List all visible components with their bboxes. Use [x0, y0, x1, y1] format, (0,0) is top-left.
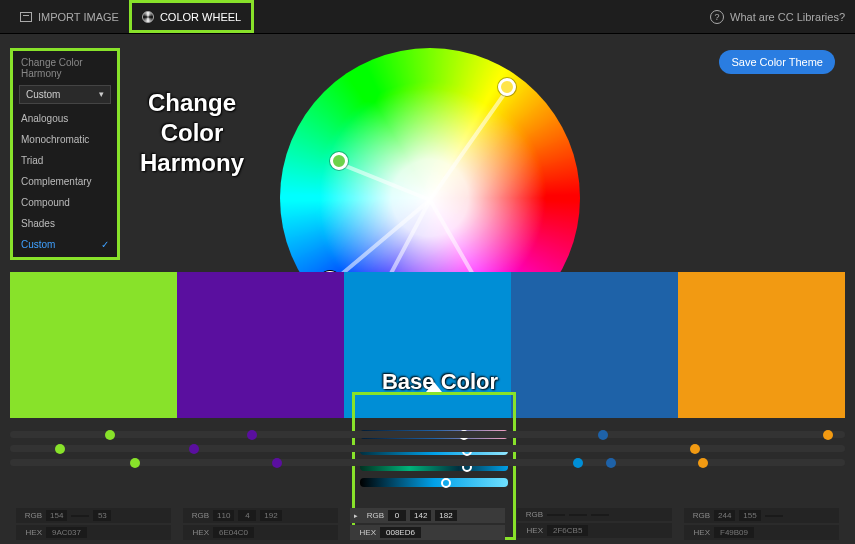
color-readout: RGB15453HEX9AC037	[10, 508, 177, 540]
rgb-row[interactable]: RGB244155	[684, 508, 839, 523]
swatch-2[interactable]	[177, 272, 344, 418]
slider-handle[interactable]	[130, 458, 140, 468]
save-color-theme-button[interactable]: Save Color Theme	[719, 50, 835, 74]
rgb-value[interactable]: 192	[260, 510, 281, 521]
hex-label: HEX	[521, 526, 543, 535]
harmony-option-compound[interactable]: Compound	[13, 192, 117, 213]
color-readout: RGB1104192HEX6E04C0	[177, 508, 344, 540]
rgb-row[interactable]: RGB	[517, 508, 672, 521]
color-readout: RGB244155HEXF49B09	[678, 508, 845, 540]
slider-handle[interactable]	[247, 430, 257, 440]
mode-label: RGB	[187, 511, 209, 520]
rgb-row[interactable]: RGB15453	[16, 508, 171, 523]
hex-value[interactable]: 008ED6	[380, 527, 421, 538]
color-wheel-icon	[142, 11, 154, 23]
rgb-row[interactable]: ▸RGB0142182	[350, 508, 505, 523]
slider-handle[interactable]	[189, 444, 199, 454]
harmony-option-complementary[interactable]: Complementary	[13, 171, 117, 192]
harmony-option-triad[interactable]: Triad	[13, 150, 117, 171]
harmony-option-label: Custom	[21, 239, 55, 250]
hex-value[interactable]: 2F6CB5	[547, 525, 588, 536]
question-icon: ?	[710, 10, 724, 24]
hex-row[interactable]: HEX6E04C0	[183, 525, 338, 540]
color-readout: RGBHEX2F6CB5	[511, 508, 678, 540]
slider-handle[interactable]	[606, 458, 616, 468]
rgb-value[interactable]: 244	[714, 510, 735, 521]
help-link[interactable]: ? What are CC Libraries?	[710, 10, 845, 24]
hex-row[interactable]: HEXF49B09	[684, 525, 839, 540]
slider-handle[interactable]	[698, 458, 708, 468]
tab-label: IMPORT IMAGE	[38, 11, 119, 23]
harmony-option-custom[interactable]: Custom ✓	[13, 234, 117, 255]
swatch-5[interactable]	[678, 272, 845, 418]
rgb-value[interactable]	[591, 514, 609, 516]
swatch-1[interactable]	[10, 272, 177, 418]
hex-label: HEX	[688, 528, 710, 537]
rgb-value[interactable]: 155	[739, 510, 760, 521]
wheel-handle[interactable]	[498, 78, 516, 96]
rgb-value[interactable]: 110	[213, 510, 234, 521]
value-readouts: RGB15453HEX9AC037RGB1104192HEX6E04C0▸RGB…	[10, 508, 845, 540]
global-sliders	[10, 424, 845, 473]
mode-label: RGB	[20, 511, 42, 520]
harmony-title: Change Color Harmony	[13, 51, 117, 85]
mode-label: RGB	[362, 511, 384, 520]
help-label: What are CC Libraries?	[730, 11, 845, 23]
rgb-value[interactable]: 53	[93, 510, 111, 521]
mode-label: RGB	[688, 511, 710, 520]
hex-row[interactable]: HEX2F6CB5	[517, 523, 672, 538]
rgb-value[interactable]	[71, 515, 89, 517]
tab-label: COLOR WHEEL	[160, 11, 241, 23]
chevron-down-icon: ▾	[99, 89, 104, 100]
rgb-value[interactable]: 4	[238, 510, 256, 521]
image-icon	[20, 12, 32, 22]
slider-handle[interactable]	[573, 458, 583, 468]
slider-track[interactable]	[10, 459, 845, 466]
annotation-change-harmony: Change Color Harmony	[132, 88, 252, 178]
check-icon: ✓	[101, 239, 109, 250]
triangle-up-icon	[426, 382, 442, 392]
tab-import-image[interactable]: IMPORT IMAGE	[10, 0, 129, 33]
harmony-selected: Custom	[26, 89, 60, 100]
wheel-handle[interactable]	[330, 152, 348, 170]
slider-handle[interactable]	[598, 430, 608, 440]
base-slider-track[interactable]	[360, 478, 508, 487]
slider-handle[interactable]	[823, 430, 833, 440]
color-readout: ▸RGB0142182HEX008ED6	[344, 508, 511, 540]
rgb-value[interactable]: 142	[410, 510, 431, 521]
rgb-value[interactable]: 154	[46, 510, 67, 521]
hex-value[interactable]: F49B09	[714, 527, 754, 538]
swatch-4[interactable]	[511, 272, 678, 418]
hex-label: HEX	[187, 528, 209, 537]
slider-handle[interactable]	[55, 444, 65, 454]
harmony-option-monochromatic[interactable]: Monochromatic	[13, 129, 117, 150]
top-bar: IMPORT IMAGE COLOR WHEEL ? What are CC L…	[0, 0, 855, 34]
harmony-select[interactable]: Custom ▾	[19, 85, 111, 104]
slider-handle[interactable]	[690, 444, 700, 454]
rgb-value[interactable]	[569, 514, 587, 516]
hex-row[interactable]: HEX008ED6	[350, 525, 505, 540]
harmony-option-analogous[interactable]: Analogous	[13, 108, 117, 129]
rgb-value[interactable]: 182	[435, 510, 456, 521]
rgb-row[interactable]: RGB1104192	[183, 508, 338, 523]
hex-row[interactable]: HEX9AC037	[16, 525, 171, 540]
rgb-value[interactable]	[547, 514, 565, 516]
triangle-right-icon: ▸	[354, 512, 358, 520]
harmony-option-shades[interactable]: Shades	[13, 213, 117, 234]
base-slider-handle[interactable]	[441, 478, 451, 488]
hex-value[interactable]: 9AC037	[46, 527, 87, 538]
hex-value[interactable]: 6E04C0	[213, 527, 254, 538]
tab-color-wheel[interactable]: COLOR WHEEL	[129, 0, 254, 33]
slider-handle[interactable]	[272, 458, 282, 468]
harmony-panel: Change Color Harmony Custom ▾ Analogous …	[10, 48, 120, 260]
rgb-value[interactable]	[765, 515, 783, 517]
slider-track[interactable]	[10, 445, 845, 452]
slider-track[interactable]	[10, 431, 845, 438]
slider-handle[interactable]	[105, 430, 115, 440]
hex-label: HEX	[20, 528, 42, 537]
rgb-value[interactable]: 0	[388, 510, 406, 521]
mode-label: RGB	[521, 510, 543, 519]
hex-label: HEX	[354, 528, 376, 537]
